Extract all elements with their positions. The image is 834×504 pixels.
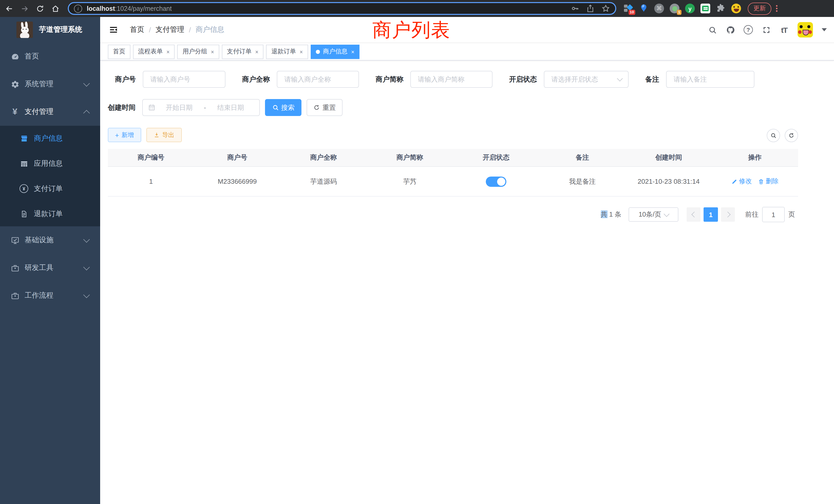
- browser-update-button[interactable]: 更新: [748, 2, 771, 15]
- help-icon[interactable]: ?: [744, 25, 753, 35]
- page-size-select[interactable]: 10条/页: [629, 207, 678, 222]
- cell-merchant-no: M233666999: [194, 178, 280, 185]
- full-name-field[interactable]: [277, 71, 359, 88]
- merchant-no-field[interactable]: [142, 71, 225, 88]
- cell-status: [453, 176, 539, 187]
- edit-link[interactable]: 修改: [731, 177, 752, 186]
- sidebar-logo[interactable]: 芋道管理系统: [0, 17, 100, 43]
- sidebar-item-label: 研发工具: [25, 263, 53, 273]
- url-bar[interactable]: i localhost:1024/pay/merchant: [68, 2, 616, 15]
- remark-label: 备注: [645, 75, 659, 84]
- url-text[interactable]: localhost:1024/pay/merchant: [87, 5, 564, 12]
- sidebar-item-label: 系统管理: [25, 79, 53, 89]
- extension-chat-icon[interactable]: [701, 4, 710, 13]
- screen: i localhost:1024/pay/merchant 10 ⌘: [0, 0, 834, 504]
- extension-command-icon[interactable]: ⌘: [654, 4, 664, 13]
- add-button[interactable]: + 新增: [108, 128, 141, 142]
- create-time-range-picker[interactable]: 开始日期 - 结束日期: [142, 99, 260, 116]
- password-key-icon[interactable]: [571, 4, 579, 13]
- search-button[interactable]: 搜索: [265, 99, 302, 116]
- sidebar-item-pay[interactable]: ¥ 支付管理: [0, 98, 100, 126]
- browser-home-button[interactable]: [49, 2, 62, 15]
- font-size-icon[interactable]: tT: [780, 25, 789, 35]
- gear-icon: [10, 79, 20, 89]
- reset-button-label: 重置: [323, 103, 336, 112]
- sidebar-item-merchant-info[interactable]: 商户信息: [0, 126, 100, 151]
- document-icon: [20, 209, 28, 218]
- sidebar-item-workflow[interactable]: 工作流程: [0, 282, 100, 310]
- logo-avatar: [17, 22, 33, 38]
- close-icon[interactable]: ×: [351, 48, 355, 55]
- bookmark-star-icon[interactable]: [601, 4, 610, 13]
- chevron-up-icon: [83, 110, 90, 116]
- share-icon[interactable]: [586, 4, 595, 13]
- status-select-input[interactable]: [550, 75, 614, 84]
- start-date-placeholder[interactable]: 开始日期: [156, 103, 203, 112]
- table-row: 1 M233666999 芋道源码 芋艿 我是备注 2021-10-23 08:…: [108, 167, 798, 197]
- breadcrumb-home[interactable]: 首页: [130, 25, 144, 35]
- sidebar-item-system[interactable]: 系统管理: [0, 70, 100, 98]
- breadcrumb-pay[interactable]: 支付管理: [156, 25, 184, 35]
- status-select[interactable]: [544, 71, 628, 88]
- avatar-caret-icon[interactable]: [822, 28, 827, 31]
- sidebar-item-pay-order[interactable]: ¥ 支付订单: [0, 176, 100, 201]
- short-name-field[interactable]: [410, 71, 492, 88]
- browser-back-button[interactable]: [3, 2, 16, 15]
- extension-gem-icon[interactable]: [639, 4, 649, 13]
- status-toggle[interactable]: [486, 176, 506, 187]
- export-button[interactable]: 导出: [146, 128, 181, 142]
- sidebar-item-refund-order[interactable]: 退款订单: [0, 201, 100, 226]
- extension-y-icon[interactable]: y: [685, 4, 695, 13]
- extension-recorder-icon[interactable]: 1: [670, 4, 679, 13]
- short-name-label: 商户简称: [376, 75, 403, 84]
- full-name-input[interactable]: [283, 75, 352, 84]
- prev-page-button[interactable]: [687, 207, 701, 222]
- close-icon[interactable]: ×: [255, 48, 259, 55]
- tab-user-group[interactable]: 用户分组 ×: [177, 44, 219, 59]
- url-path: :1024/pay/merchant: [115, 5, 172, 12]
- close-icon[interactable]: ×: [167, 48, 170, 55]
- tab-pay-order[interactable]: 支付订单 ×: [222, 44, 264, 59]
- goto-page-input[interactable]: [762, 207, 785, 222]
- tab-home[interactable]: 首页: [108, 44, 130, 59]
- page-number-1[interactable]: 1: [704, 207, 718, 222]
- sidebar-collapse-icon[interactable]: [109, 25, 118, 35]
- search-icon[interactable]: [708, 25, 717, 35]
- sidebar-item-app-info[interactable]: 应用信息: [0, 151, 100, 176]
- col-header-remark: 备注: [539, 153, 626, 162]
- merchant-no-input[interactable]: [149, 75, 219, 84]
- hide-search-button[interactable]: [767, 129, 780, 142]
- sidebar-item-infra[interactable]: 基础设施: [0, 226, 100, 254]
- reset-button[interactable]: 重置: [307, 99, 343, 116]
- calendar-icon: [148, 104, 156, 111]
- browser-menu-icon[interactable]: [776, 5, 777, 12]
- close-icon[interactable]: ×: [300, 48, 303, 55]
- table-tools: [767, 129, 798, 142]
- user-avatar[interactable]: [797, 22, 813, 38]
- github-icon[interactable]: [726, 25, 735, 35]
- next-page-button[interactable]: [721, 207, 735, 222]
- tab-merchant-info[interactable]: 商户信息 ×: [311, 44, 360, 59]
- site-info-icon[interactable]: i: [74, 4, 82, 13]
- extension-sidebar-icon[interactable]: 10: [623, 4, 633, 13]
- browser-forward-button[interactable]: [19, 2, 31, 15]
- tab-process-form[interactable]: 流程表单 ×: [133, 44, 175, 59]
- sidebar-item-home[interactable]: 首页: [0, 43, 100, 70]
- sidebar-item-label: 工作流程: [25, 291, 53, 300]
- page-unit-label: 页: [788, 210, 795, 219]
- delete-link[interactable]: 删除: [758, 177, 778, 186]
- extensions-bar: 10 ⌘ 1 y: [623, 4, 741, 13]
- remark-field[interactable]: [666, 71, 754, 88]
- close-icon[interactable]: ×: [211, 48, 214, 55]
- browser-reload-button[interactable]: [34, 2, 46, 15]
- tab-refund-order[interactable]: 退款订单 ×: [266, 44, 308, 59]
- fullscreen-icon[interactable]: [762, 25, 771, 35]
- refresh-button[interactable]: [785, 129, 798, 142]
- sidebar-item-devtools[interactable]: 研发工具: [0, 254, 100, 282]
- extensions-puzzle-icon[interactable]: [716, 4, 726, 13]
- remark-input[interactable]: [673, 75, 747, 84]
- end-date-placeholder[interactable]: 结束日期: [207, 103, 254, 112]
- tab-label: 商户信息: [323, 47, 348, 56]
- short-name-input[interactable]: [417, 75, 486, 84]
- profile-emoji-avatar[interactable]: [731, 4, 741, 13]
